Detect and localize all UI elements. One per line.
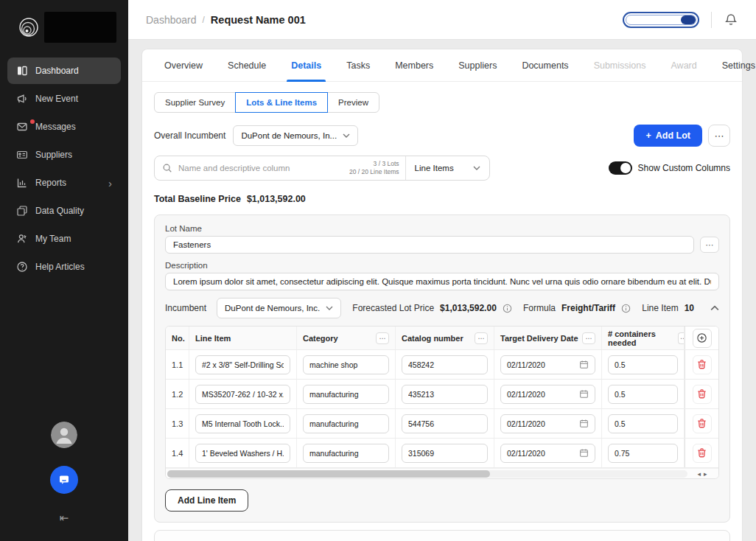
lot-name-input[interactable] <box>165 236 694 254</box>
user-avatar[interactable] <box>51 422 77 448</box>
target-delivery-date-input[interactable]: 02/11/2020 <box>500 355 595 374</box>
sidebar-item-my-team[interactable]: My Team <box>7 226 121 252</box>
table-row: 1.4 02/11/2020 <box>166 439 718 468</box>
lot-more-actions-button[interactable]: ⋯ <box>708 125 730 147</box>
scrollbar-thumb[interactable] <box>167 470 490 478</box>
main-area: Dashboard / Request Name 001 Overview <box>128 0 756 541</box>
subtab-preview[interactable]: Preview <box>327 92 379 113</box>
calendar-icon[interactable] <box>579 448 589 458</box>
calendar-icon[interactable] <box>579 360 589 369</box>
delete-row-button[interactable] <box>693 355 712 374</box>
sidebar-item-new-event[interactable]: New Event <box>7 85 121 112</box>
add-line-item-button[interactable]: Add Line Item <box>165 489 248 512</box>
sidebar-item-label: My Team <box>35 234 71 244</box>
sidebar-item-data-quality[interactable]: Data Quality <box>7 198 121 224</box>
containers-needed-input[interactable] <box>608 414 678 433</box>
tab-settings[interactable]: Settings <box>722 49 755 82</box>
line-item-input[interactable] <box>195 355 290 374</box>
dashboard-icon <box>16 65 28 77</box>
column-options-button[interactable]: ⋯ <box>475 332 488 344</box>
details-subtabs: Supplier Survey Lots & Line Items Previe… <box>154 92 742 113</box>
category-input[interactable] <box>303 355 389 374</box>
overall-incumbent-select[interactable]: DuPont de Nemours, In... <box>233 125 358 146</box>
lot-name-label: Lot Name <box>165 224 719 233</box>
target-delivery-date-input[interactable]: 02/11/2020 <box>500 385 595 404</box>
row-number: 1.3 <box>166 409 189 438</box>
sidebar-footer: ⇤ <box>0 422 128 541</box>
column-options-button[interactable]: ⋯ <box>678 332 685 344</box>
delete-row-button[interactable] <box>693 444 712 463</box>
calendar-icon[interactable] <box>579 389 589 399</box>
lot-card-fasteners: Lot Name ⋯ Description Incumbent DuPon <box>154 214 730 523</box>
target-delivery-date-input[interactable]: 02/11/2020 <box>500 414 595 433</box>
scroll-left-icon[interactable]: ◂ <box>697 470 704 478</box>
containers-needed-input[interactable] <box>608 355 678 374</box>
tab-details[interactable]: Details <box>291 49 321 82</box>
category-input[interactable] <box>303 414 389 433</box>
sidebar-item-reports[interactable]: Reports › <box>7 170 121 196</box>
horizontal-scrollbar: ◂▸ <box>166 468 718 478</box>
id-card-icon <box>16 149 28 161</box>
sidebar-item-messages[interactable]: Messages <box>7 114 121 140</box>
catalog-number-input[interactable] <box>402 444 488 463</box>
delete-row-button[interactable] <box>693 385 712 404</box>
catalog-number-input[interactable] <box>402 414 488 433</box>
show-custom-columns-toggle[interactable] <box>609 161 632 175</box>
notifications-bell-icon[interactable] <box>724 13 738 27</box>
line-item-input[interactable] <box>195 385 290 404</box>
chevron-right-icon: › <box>108 178 112 189</box>
scrollbar-track[interactable] <box>167 470 687 478</box>
info-icon[interactable] <box>621 304 631 313</box>
breadcrumb-parent[interactable]: Dashboard <box>146 14 197 26</box>
mail-icon <box>16 121 28 133</box>
column-options-button[interactable]: ⋯ <box>582 332 595 344</box>
lot-description-input[interactable] <box>165 273 719 290</box>
tab-schedule[interactable]: Schedule <box>228 49 266 82</box>
sidebar-item-help-articles[interactable]: Help Articles <box>7 254 121 280</box>
add-column-button[interactable] <box>693 329 712 348</box>
calendar-icon[interactable] <box>579 419 589 428</box>
search-input[interactable] <box>178 164 342 172</box>
category-input[interactable] <box>303 385 389 404</box>
sidebar-nav: Dashboard New Event Messages Suppliers <box>0 53 128 286</box>
containers-needed-input[interactable] <box>608 385 678 404</box>
bar-chart-icon <box>16 177 28 189</box>
table-row: 1.1 02/11/2020 <box>166 350 718 380</box>
tab-overview[interactable]: Overview <box>164 49 203 82</box>
containers-needed-input[interactable] <box>608 444 678 463</box>
info-icon[interactable] <box>503 304 512 313</box>
tab-documents[interactable]: Documents <box>522 49 568 82</box>
line-item-input[interactable] <box>195 444 290 463</box>
collapse-sidebar-icon[interactable]: ⇤ <box>60 512 69 525</box>
scroll-right-icon[interactable]: ▸ <box>704 470 710 478</box>
incumbent-select[interactable]: DuPont de Nemours, Inc. <box>217 298 341 318</box>
search-scope-select[interactable]: Line Items <box>406 156 489 180</box>
target-delivery-date-input[interactable]: 02/11/2020 <box>500 444 595 463</box>
toolbar-row: Overall Incumbent DuPont de Nemours, In.… <box>154 125 730 147</box>
sidebar-item-dashboard[interactable]: Dashboard <box>7 57 121 84</box>
plus-icon: + <box>645 130 651 141</box>
description-label: Description <box>165 261 719 270</box>
chat-support-button[interactable] <box>50 466 78 494</box>
top-bar-right <box>623 12 738 28</box>
line-item-input[interactable] <box>195 414 290 433</box>
scroll-arrows[interactable]: ◂▸ <box>689 470 718 478</box>
catalog-number-input[interactable] <box>402 355 488 374</box>
sidebar-item-label: Help Articles <box>35 262 85 272</box>
col-header-label: # containers needed <box>608 329 678 347</box>
category-input[interactable] <box>303 444 389 463</box>
search-icon <box>162 163 172 173</box>
collapse-lot-chevron-icon[interactable] <box>710 305 719 311</box>
sidebar-item-suppliers[interactable]: Suppliers <box>7 142 121 168</box>
tab-members[interactable]: Members <box>395 49 433 82</box>
subtab-lots-line-items[interactable]: Lots & Line Items <box>235 92 328 113</box>
add-lot-button[interactable]: + Add Lot <box>634 125 702 147</box>
logo-spiral-icon <box>16 14 43 41</box>
lot-name-more-button[interactable]: ⋯ <box>700 237 719 253</box>
column-options-button[interactable]: ⋯ <box>376 332 389 344</box>
catalog-number-input[interactable] <box>402 385 488 404</box>
delete-row-button[interactable] <box>693 414 712 433</box>
tab-tasks[interactable]: Tasks <box>346 49 370 82</box>
tab-suppliers[interactable]: Suppliers <box>458 49 497 82</box>
subtab-supplier-survey[interactable]: Supplier Survey <box>154 92 236 113</box>
